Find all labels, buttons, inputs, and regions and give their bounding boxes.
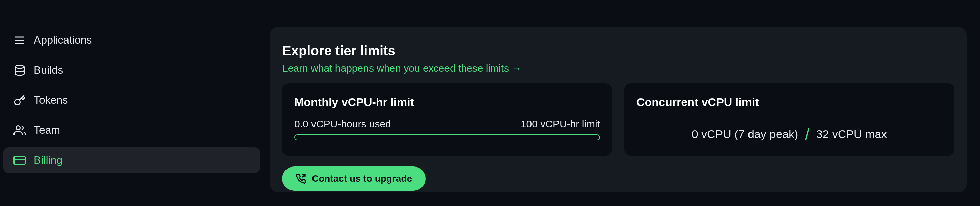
sidebar-item-label: Builds [34,64,63,76]
arrow-right-icon: → [512,62,522,74]
learn-more-link[interactable]: Learn what happens when you exceed these… [282,62,955,74]
contact-upgrade-button[interactable]: Contact us to upgrade [282,166,426,191]
credit-card-icon [13,154,25,166]
svg-point-4 [16,126,20,130]
tier-limits-panel: Explore tier limits Learn what happens w… [270,27,967,193]
learn-link-text: Learn what happens when you exceed these… [282,62,509,74]
concurrent-vcpu-card: Concurrent vCPU limit 0 vCPU (7 day peak… [624,83,955,156]
sidebar-item-billing[interactable]: Billing [3,147,260,173]
vcpu-hours-limit: 100 vCPU-hr limit [521,118,600,130]
users-icon [13,124,25,136]
sidebar-item-team[interactable]: Team [3,117,260,143]
main-content: Explore tier limits Learn what happens w… [263,0,980,206]
limit-cards-row: Monthly vCPU-hr limit 0.0 vCPU-hours use… [282,83,955,156]
svg-point-3 [15,65,24,68]
sidebar-item-applications[interactable]: Applications [3,27,260,53]
divider-slash: / [805,125,809,144]
sidebar-item-tokens[interactable]: Tokens [3,87,260,113]
monthly-card-title: Monthly vCPU-hr limit [294,96,600,109]
sidebar-item-label: Billing [34,154,62,166]
monthly-vcpu-card: Monthly vCPU-hr limit 0.0 vCPU-hours use… [282,83,612,156]
svg-rect-5 [14,156,25,164]
sidebar-item-label: Team [34,124,60,136]
key-icon [13,94,25,106]
vcpu-peak-label: 0 vCPU (7 day peak) [692,128,799,141]
sidebar-item-label: Applications [34,34,92,46]
vcpu-max-label: 32 vCPU max [816,128,887,141]
sidebar-item-builds[interactable]: Builds [3,57,260,83]
database-icon [13,64,25,76]
sidebar: Applications Builds Tokens Team Billing [0,0,263,206]
vcpu-hours-used: 0.0 vCPU-hours used [294,118,391,130]
sidebar-item-label: Tokens [34,94,68,106]
usage-row: 0.0 vCPU-hours used 100 vCPU-hr limit [294,118,600,130]
concurrent-content: 0 vCPU (7 day peak) / 32 vCPU max [636,118,942,144]
menu-icon [13,34,25,46]
usage-progress-bar [294,134,600,141]
section-title: Explore tier limits [282,43,955,58]
phone-outgoing-icon [296,173,306,184]
upgrade-button-label: Contact us to upgrade [312,173,412,184]
concurrent-card-title: Concurrent vCPU limit [636,96,942,109]
